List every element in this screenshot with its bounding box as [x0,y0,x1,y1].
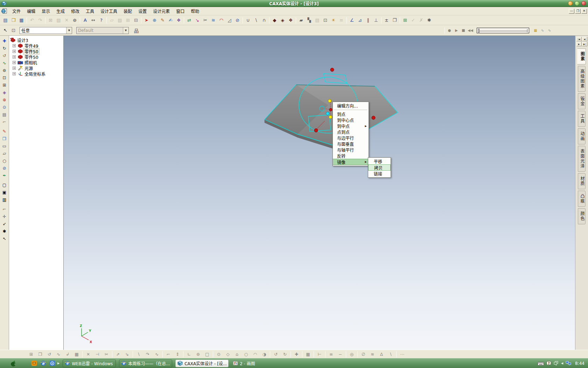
context-item-点到点[interactable]: 点到点 [333,129,369,135]
expand-plus-icon[interactable]: + [13,50,16,53]
boolean-subtract-icon[interactable]: ∖ [252,16,260,24]
spin-tool-icon[interactable]: ↺ [1,52,8,59]
select-arrow-icon[interactable]: ↖ [1,27,9,34]
trim-2d-icon[interactable]: ✂ [102,351,111,358]
zoom-search-icon[interactable]: ⊚ [71,16,79,24]
viewport-3d[interactable]: Z Y X [64,36,575,350]
tree-node-零件50[interactable]: +零件50 [10,54,63,60]
delta-2d-icon[interactable]: ∆ [377,351,386,358]
yellow-handle-upper[interactable] [328,100,331,103]
pie-2d-icon[interactable]: ◑ [260,351,269,358]
new-sketch-icon[interactable]: ❐ [1,135,8,142]
zoom-tool-icon[interactable]: ⊚ [1,67,8,74]
stretch-2d-icon[interactable]: ❐ [36,351,45,358]
constraint-parallel-icon[interactable]: ∥ [364,16,372,24]
waves-2d-icon[interactable]: ≋ [368,351,377,358]
tree-node-照相机[interactable]: +照相机 [10,60,63,65]
circle-dim-icon[interactable]: ⊚ [194,351,203,358]
grid-2d-icon[interactable]: ▦ [303,351,313,358]
angle-dim-icon[interactable]: ∟ [184,351,194,358]
zoom-fit-icon[interactable]: ⊞ [1,81,8,89]
menu-文件[interactable]: 文件 [9,7,24,15]
menu-修改[interactable]: 修改 [68,7,83,15]
copy-2d-icon[interactable]: ⇗ [113,351,122,358]
print-2d-icon[interactable]: ▦ [72,351,81,358]
expand-plus-icon[interactable]: + [13,67,16,70]
tee-2d-icon[interactable]: ⊢ [315,351,324,358]
curve-tool-icon[interactable]: ∿ [1,59,8,67]
menu-显示[interactable]: 显示 [38,7,53,15]
layered-windows-tray-icon[interactable] [554,361,559,366]
align-2d-icon[interactable]: ⊞ [27,351,36,358]
dimension-tool-icon[interactable]: ↔ [89,16,97,24]
equal-2d-icon[interactable]: ≡ [327,351,336,358]
context-item-与面垂直[interactable]: 与面垂直 [333,141,369,147]
precision-input-icon[interactable]: ± [383,16,391,24]
menu-编辑[interactable]: 编辑 [24,7,38,15]
tab-颜色[interactable]: 颜色 [578,208,586,224]
rect-tool-2d-icon[interactable]: □ [203,351,212,358]
smart-render-icon[interactable]: ▰ [297,16,305,24]
edit-sketch-icon[interactable]: ✎ [1,128,8,135]
tray-collapse-icon[interactable]: ◀ [561,362,563,365]
tab-材质[interactable]: 材质 [578,173,586,189]
erase-2d-icon[interactable]: ✕ [84,351,93,358]
boolean-union-icon[interactable]: ∪ [244,16,252,24]
expand-plus-icon[interactable]: + [13,61,16,64]
mirror-feature-icon[interactable]: ⇄ [185,16,193,24]
menu-装配[interactable]: 装配 [120,7,135,15]
spline-2d-icon[interactable]: ∿ [152,351,161,358]
chamfer-tool-icon[interactable]: ◿ [225,16,233,24]
chevron-down-icon[interactable]: ▼ [66,27,72,34]
halfarc-2d-icon[interactable]: ◠ [251,351,260,358]
tab-scroll-button[interactable]: |◀ [576,37,582,41]
context-item-反转[interactable]: 反转 [333,153,369,159]
measure-distance-icon[interactable]: ∠ [348,16,356,24]
context-help-icon[interactable]: ? [97,16,105,24]
menu-窗口[interactable]: 窗口 [173,7,188,15]
zoom-window-icon[interactable]: ⊡ [1,74,8,81]
camera-view-icon[interactable]: ⊡ [321,16,329,24]
context-item-到点[interactable]: 到点 [333,111,369,117]
timeline-thumb[interactable] [478,29,479,33]
boolean-intersect-icon[interactable]: ∩ [260,16,268,24]
camera-tool-icon[interactable]: ⊙ [1,103,8,111]
loft-feature-icon[interactable]: ✍ [167,16,175,24]
red-handle-right[interactable] [372,116,375,120]
yellow-handle-lower[interactable] [329,116,332,119]
tab-scroll-button[interactable]: ▶| [582,42,587,46]
revolve-feature-icon[interactable]: ⊕ [150,16,159,24]
trim-tool-icon[interactable]: ✂ [201,16,209,24]
close-button[interactable] [581,1,586,6]
sketch-rect-top[interactable] [323,74,347,83]
menu-设置[interactable]: 设置 [135,7,150,15]
submenu-item-平移[interactable]: 平移 [368,158,391,164]
expand-plus-icon[interactable]: + [13,72,16,75]
new-document-icon[interactable]: ▤ [1,16,9,24]
select-box-icon[interactable]: ⊡ [9,27,18,34]
view-orient-icon[interactable]: ◈ [1,89,8,96]
target-2d-icon[interactable]: ◎ [347,351,356,358]
corner-2d-icon[interactable]: ⌐ [164,351,173,358]
menu-工具[interactable]: 工具 [83,7,97,15]
measure-angle-icon[interactable]: ⊿ [356,16,364,24]
spotlight-icon[interactable]: ☀ [329,16,337,24]
target-view-icon[interactable]: ⊕ [1,96,8,103]
home-view-icon[interactable]: ⌂ [232,351,241,358]
keyboard-tray-icon[interactable] [538,361,544,366]
help-bubble-tray-icon[interactable]: ? [546,361,551,366]
circle-sketch-icon[interactable]: ○ [1,157,8,164]
text-tool-icon[interactable]: A [81,16,89,24]
context-item-与轴平行[interactable]: 与轴平行 [333,147,369,153]
open-file-icon[interactable]: ❒ [9,16,18,24]
tab-工具[interactable]: 工具 [578,111,586,127]
context-item-到中点[interactable]: 到中点▶ [333,123,369,129]
expand-plus-icon[interactable]: + [13,44,16,47]
pattern-feature-icon[interactable]: ❖ [175,16,183,24]
tree-node-零件49[interactable]: +零件49 [10,43,63,48]
tree-node-光源[interactable]: +光源 [10,65,63,71]
display-list-icon[interactable]: ▤ [1,111,8,118]
tab-高级图素[interactable]: 高级图素 [578,66,586,92]
slash-2d-icon[interactable]: ∖ [386,351,395,358]
cyan-handle[interactable] [326,112,329,115]
